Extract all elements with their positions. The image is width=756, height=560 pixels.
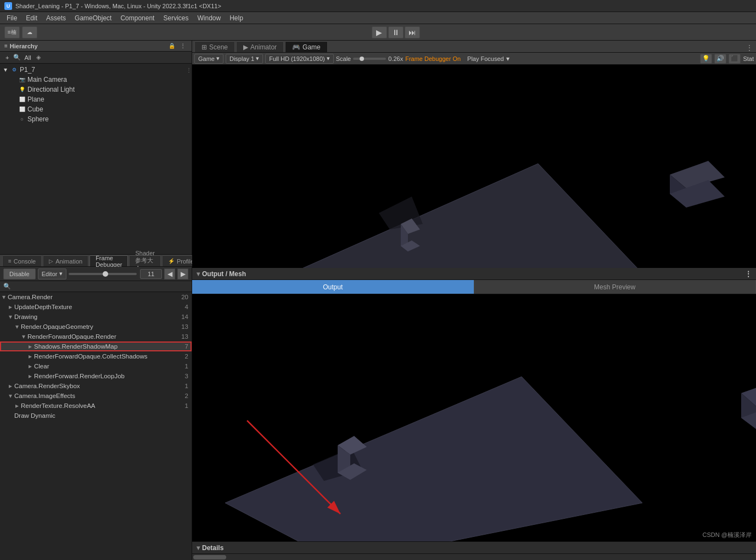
game-display-dropdown[interactable]: Game [194, 54, 223, 64]
unity-icon: U [4, 2, 12, 10]
menu-component[interactable]: Component [116, 13, 159, 23]
output-canvas: CSDN @楠溪泽岸 [192, 294, 756, 541]
menu-edit[interactable]: Edit [21, 13, 42, 23]
hierarchy-title: Hierarchy [10, 43, 38, 49]
fd-prev-button[interactable]: ◀ [164, 268, 175, 279]
fd-next-button[interactable]: ▶ [177, 268, 188, 279]
dd-name: Draw Dynamic [14, 412, 177, 419]
cloud-button[interactable]: ☁ [22, 26, 37, 38]
tab-animation[interactable]: ▷ Animation [43, 255, 88, 266]
hierarchy-root[interactable]: ▾ ⚙ P1_7 ⋮ [0, 65, 192, 75]
output-menu[interactable]: ⋮ [745, 270, 752, 278]
tab-animator[interactable]: ▶ Animator [236, 41, 284, 52]
filter-button[interactable]: ◈ [33, 53, 43, 63]
game-label: Game [303, 43, 321, 51]
scale-slider[interactable] [353, 58, 386, 60]
cr-name: Camera.Render [8, 294, 177, 300]
fd-search: 🔍 [0, 281, 192, 292]
menu-help[interactable]: Help [225, 13, 248, 23]
horizontal-scrollbar[interactable] [192, 553, 756, 560]
editor-dropdown[interactable]: Editor [38, 268, 67, 279]
clr-arrow: ▸ [29, 362, 34, 370]
play-focused-chevron [506, 55, 509, 63]
aspect-button[interactable]: ⬛ [729, 54, 741, 64]
lock-button[interactable]: 🔒 [167, 42, 176, 51]
menu-window[interactable]: Window [193, 13, 225, 23]
fd-drawing[interactable]: ▾ Drawing 14 [0, 312, 192, 322]
fd-draw-dynamic[interactable]: Draw Dynamic [0, 411, 192, 421]
fd-image-effects[interactable]: ▾ Camera.ImageEffects 2 [0, 391, 192, 401]
cie-name: Camera.ImageEffects [14, 393, 177, 399]
root-menu[interactable]: ⋮ [186, 67, 192, 73]
cube-icon: ⬜ [18, 105, 26, 113]
step-button[interactable]: ⏭ [405, 26, 420, 38]
fd-render-loop[interactable]: ▸ RenderForward.RenderLoopJob 3 [0, 371, 192, 381]
resolution-dropdown[interactable]: Full HD (1920x1080) [265, 54, 334, 64]
layers-button[interactable]: ≡楠 [4, 26, 20, 38]
fd-camera-render[interactable]: ▾ Camera.Render 20 [0, 292, 192, 302]
cs-name: RenderForwardOpaque.CollectShadows [34, 353, 177, 360]
draw-count: 14 [177, 313, 188, 320]
scale-thumb [360, 57, 364, 61]
rlj-name: RenderForward.RenderLoopJob [34, 373, 177, 379]
display1-dropdown[interactable]: Display 1 [226, 54, 263, 64]
rog-arrow: ▾ [15, 323, 21, 331]
header-actions: 🔒 ⋮ [167, 42, 187, 51]
bottom-left-panel: ≡ Console ▷ Animation Frame Debugger Sha… [0, 255, 192, 560]
tab-shader-ref[interactable]: Shader参考大全 [129, 255, 160, 266]
fd-update-depth[interactable]: ▸ UpdateDepthTexture 4 [0, 302, 192, 312]
fd-shadows-render[interactable]: ▸ Shadows.RenderShadowMap 7 [0, 341, 192, 351]
display1-label: Display 1 [229, 55, 254, 62]
right-tab-menu[interactable]: ⋮ [745, 43, 754, 52]
output-tab-mesh[interactable]: Mesh Preview [474, 280, 757, 294]
menu-file[interactable]: File [2, 13, 21, 23]
udt-count: 4 [177, 304, 188, 310]
fd-skybox[interactable]: ▸ Camera.RenderSkybox 1 [0, 381, 192, 391]
add-button[interactable]: + [2, 54, 12, 61]
hier-dir-light[interactable]: 💡 Directional Light [0, 85, 192, 94]
play-focused-label[interactable]: Play Focused [467, 55, 504, 62]
fd-slider[interactable] [69, 273, 137, 275]
more-button[interactable]: ⋮ [178, 42, 187, 51]
fd-collect-shadows[interactable]: ▸ RenderForwardOpaque.CollectShadows 2 [0, 351, 192, 361]
disable-button[interactable]: Disable [3, 268, 36, 279]
output-title: Output / Mesh [202, 270, 246, 278]
fd-render-forward-opaque[interactable]: ▾ RenderForwardOpaque.Render 13 [0, 332, 192, 341]
stat-label[interactable]: Stat [743, 55, 754, 62]
clr-count: 1 [177, 363, 188, 369]
udt-name: UpdateDepthTexture [14, 304, 177, 310]
fd-render-opaque[interactable]: ▾ Render.OpaqueGeometry 13 [0, 322, 192, 332]
pause-button[interactable]: ⏸ [388, 26, 404, 38]
draw-name: Drawing [14, 313, 177, 320]
output-tab-output[interactable]: Output [192, 280, 474, 294]
scene-icon: ⊞ [201, 43, 207, 51]
lighting-button[interactable]: 💡 [700, 54, 712, 64]
menu-services[interactable]: Services [159, 13, 193, 23]
plane-name: Plane [27, 96, 44, 103]
fd-resolve-aa[interactable]: ▸ RenderTexture.ResolveAA 1 [0, 401, 192, 411]
tab-scene[interactable]: ⊞ Scene [194, 41, 235, 52]
scrollbar-thumb[interactable] [193, 555, 226, 559]
plane-icon: ⬜ [18, 96, 26, 103]
hier-cube[interactable]: ⬜ Cube [0, 104, 192, 114]
hier-main-camera[interactable]: 📷 Main Camera [0, 75, 192, 85]
tab-frame-debugger[interactable]: Frame Debugger [89, 255, 128, 266]
fd-tree: ▾ Camera.Render 20 ▸ UpdateDepthTexture … [0, 292, 192, 560]
cube-name: Cube [27, 105, 43, 113]
fd-clear[interactable]: ▸ Clear 1 [0, 361, 192, 371]
menu-gameobject[interactable]: GameObject [70, 13, 116, 23]
window-title: Shader_Leaning - P1_7 - Windows, Mac, Li… [15, 3, 221, 9]
tab-game[interactable]: 🎮 Game [285, 41, 328, 52]
hier-sphere[interactable]: ○ Sphere [0, 114, 192, 124]
console-label: Console [14, 258, 36, 265]
game-toolbar: Game Display 1 Full HD (1920x1080) Scale… [192, 53, 756, 65]
hierarchy-section: ≡ Hierarchy 🔒 ⋮ + 🔍 All ◈ ▾ ⚙ P1_7 [0, 41, 192, 255]
audio-button[interactable]: 🔊 [714, 54, 726, 64]
rog-count: 13 [177, 323, 188, 330]
frame-debugger-on-label[interactable]: Frame Debugger On [405, 55, 461, 62]
rlj-arrow: ▸ [29, 372, 34, 380]
play-button[interactable]: ▶ [372, 26, 387, 38]
hier-plane[interactable]: ⬜ Plane [0, 94, 192, 104]
tab-console[interactable]: ≡ Console [2, 255, 42, 266]
menu-assets[interactable]: Assets [42, 13, 70, 23]
